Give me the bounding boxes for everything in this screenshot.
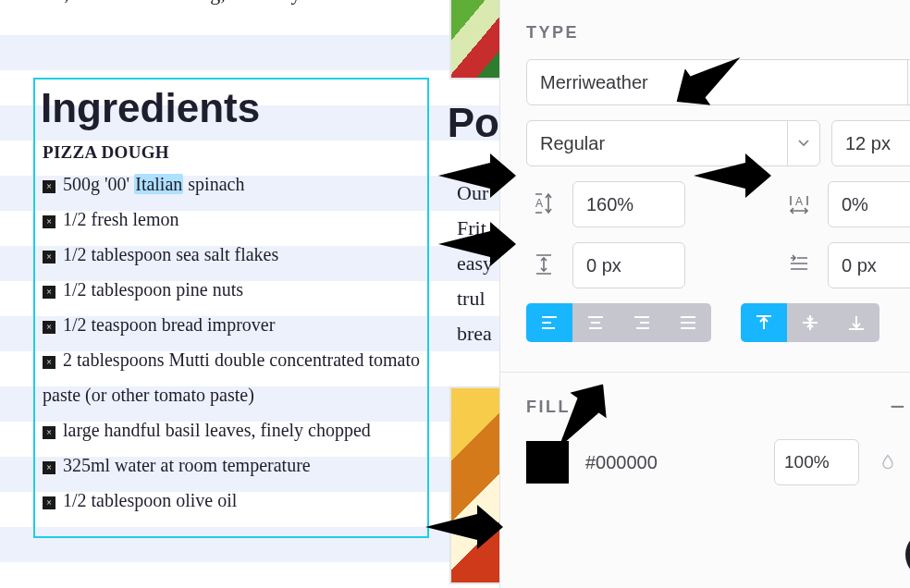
font-weight-input[interactable] [527, 121, 787, 165]
font-size-field[interactable] [831, 120, 910, 166]
ingredient-line: ×1/2 tablespoon pine nuts [43, 272, 422, 307]
align-right-button[interactable] [619, 303, 665, 342]
valign-middle-button[interactable] [787, 303, 833, 342]
cutoff-text: ible, in terms of timing, and very [33, 0, 477, 6]
letter-spacing-icon: A [781, 181, 817, 226]
bullet-icon: × [43, 496, 55, 509]
bullet-icon: × [43, 426, 55, 439]
align-justify-button[interactable] [665, 303, 711, 342]
fill-section-label: FILL [526, 398, 571, 417]
fill-hex-value[interactable]: #000000 [585, 452, 658, 473]
bullet-icon: × [43, 321, 55, 334]
align-left-button[interactable] [526, 303, 572, 342]
properties-panel: TYPE A [499, 0, 910, 588]
font-size-input[interactable] [832, 121, 910, 165]
bullet-icon: × [43, 251, 55, 263]
chevron-down-icon[interactable] [787, 121, 819, 165]
paragraph-indent-field[interactable] [828, 242, 910, 288]
recipe-heading: Ingredients [41, 85, 422, 131]
help-button[interactable]: ? [905, 531, 910, 579]
ingredient-line: ×325ml water at room temperature [43, 447, 422, 483]
ingredient-line: ×1/2 teaspoon bread improver [43, 307, 422, 342]
svg-text:A: A [795, 195, 803, 208]
letter-spacing-field[interactable] [828, 181, 910, 227]
ingredient-line: ×500g '00' Italian spinach [43, 166, 422, 202]
bullet-icon: × [43, 286, 55, 299]
letter-spacing-input[interactable] [829, 182, 910, 227]
ingredient-line: ×large handful basil leaves, finely chop… [43, 412, 422, 447]
font-weight-field[interactable] [526, 120, 820, 166]
line-height-icon: A [526, 181, 561, 226]
paragraph-spacing-icon [526, 242, 561, 287]
align-center-button[interactable] [572, 303, 619, 342]
highlighted-word: Italian [134, 174, 183, 194]
selected-text-frame[interactable]: Ingredients PIZZA DOUGH ×500g '00' Itali… [33, 78, 429, 538]
paragraph-spacing-field[interactable] [572, 242, 685, 288]
ingredient-line: ×2 tablespoons Mutti double concentrated… [43, 342, 422, 412]
vertical-align-group [741, 303, 879, 342]
line-height-field[interactable] [572, 181, 685, 227]
type-section-label: TYPE [526, 23, 579, 43]
font-family-input[interactable] [527, 60, 907, 104]
bullet-icon: × [43, 215, 55, 228]
valign-top-button[interactable] [741, 303, 787, 342]
ingredient-line: ×1/2 fresh lemon [43, 202, 422, 237]
recipe-subheading: PIZZA DOUGH [43, 142, 422, 163]
design-canvas[interactable]: Po Our Frit easy trul brea ible, in term… [0, 0, 499, 588]
fill-opacity-field[interactable] [774, 439, 859, 485]
font-family-field[interactable] [526, 59, 910, 105]
valign-bottom-button[interactable] [833, 303, 879, 342]
paragraph-indent-icon [781, 242, 817, 287]
bullet-icon: × [43, 180, 55, 193]
remove-fill-button[interactable]: − [884, 391, 910, 423]
droplet-icon[interactable] [876, 450, 900, 474]
fill-color-swatch[interactable] [526, 441, 569, 484]
svg-text:A: A [535, 197, 543, 210]
paragraph-indent-input[interactable] [829, 243, 910, 288]
ingredient-line: ×1/2 tablespoon sea salt flakes [43, 237, 422, 272]
bullet-icon: × [43, 356, 55, 369]
ingredient-line: ×1/2 tablespoon olive oil [43, 483, 422, 518]
bullet-icon: × [43, 461, 55, 474]
text-align-group [526, 303, 711, 342]
